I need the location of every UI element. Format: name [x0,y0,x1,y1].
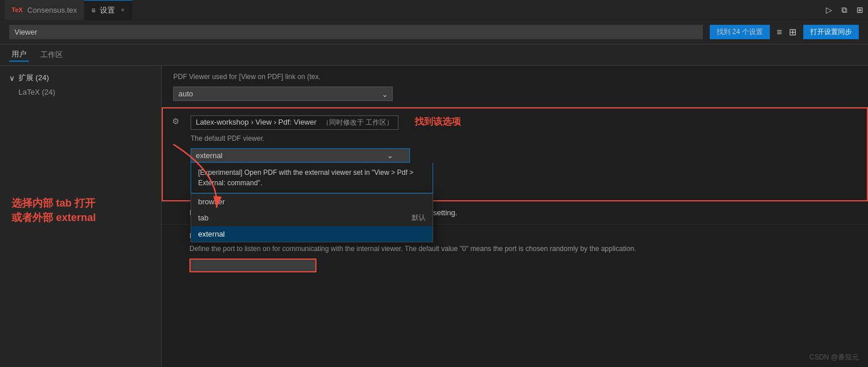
tab2-label: 设置 [100,5,115,16]
extensions-label: 扩展 (24) [18,73,49,83]
viewer-setting-title-wrapper: Latex-workshop › View › Pdf: Viewer （同时修… [191,115,855,130]
search-input[interactable] [9,25,703,39]
dropdown-arrow-icon: ⌄ [387,151,393,160]
settings-tabs-row: 用户 工作区 [0,44,868,66]
run-icon[interactable]: ▷ [826,5,832,14]
viewer-dropdown-wrapper: external ⌄ browser tab 默认 external [191,148,410,193]
viewer-setting-row: ⚙ Latex-workshop › View › Pdf: Viewer （同… [162,107,868,201]
browser-option-label: browser [198,197,225,206]
tab-workspace[interactable]: 工作区 [38,48,65,61]
watermark: CSDN @番茄元 [809,353,859,362]
sidebar-item-latex[interactable]: LaTeX (24) [0,85,161,99]
sync-settings-button[interactable]: 打开设置同步 [803,25,859,39]
tab-settings[interactable]: ≡ 设置 × [84,0,133,20]
settings-content: PDF Viewer used for [View on PDF] link o… [162,66,868,367]
dropdown-option-external[interactable]: external [191,226,433,242]
viewer-dropdown-current[interactable]: external ⌄ [191,148,410,163]
viewer-setting-title-suffix: （同时修改于 工作区） [322,118,393,126]
port-input[interactable] [189,259,316,272]
dropdown-option-tab[interactable]: tab 默认 [191,209,433,226]
gear-icon[interactable]: ⚙ [172,117,180,126]
chevron-down-icon: ∨ [9,74,15,83]
tab-option-label: tab [198,214,208,222]
tab1-label: Consensus.tex [27,6,77,14]
main-layout: ∨ 扩展 (24) LaTeX (24) PDF Viewer used for… [0,66,868,367]
filter-icon[interactable]: ≡ [777,27,782,38]
external-option-label: external [198,230,225,238]
viewer-dropdown-list: browser tab 默认 external [191,193,433,242]
find-count: 找到 24 个设置 [710,25,770,39]
title-bar: TeX Consensus.tex ≡ 设置 × ▷ ⧉ ⊞ [0,0,868,20]
tab-group: TeX Consensus.tex ≡ 设置 × [5,0,133,20]
prev-setting-desc: PDF Viewer used for [View on PDF] link o… [173,72,856,82]
filter-icon2[interactable]: ⊞ [789,27,796,38]
dropdown-current-value: external [196,151,222,160]
close-icon[interactable]: × [120,6,125,14]
viewer-setting-description: The default PDF viewer. [191,133,855,144]
title-bar-right: ▷ ⧉ ⊞ [826,5,863,15]
search-bar: 找到 24 个设置 ≡ ⊞ 打开设置同步 [0,20,868,44]
viewer-setting-title: Latex-workshop › View › Pdf: Viewer [196,118,316,126]
layout-icon[interactable]: ⊞ [856,5,863,14]
find-label-annotation: 找到该选项 [415,117,461,126]
auto-dropdown-wrapper: auto ⌄ [173,87,393,101]
port-setting-desc: Define the port to listen on for communi… [189,244,856,254]
viewer-setting-title-box: Latex-workshop › View › Pdf: Viewer （同时修… [191,115,398,130]
auto-dropdown[interactable]: auto [173,87,393,101]
tab-default-tag: 默认 [412,213,426,223]
tab-consensus-tex[interactable]: TeX Consensus.tex [5,0,84,20]
dropdown-option-browser[interactable]: browser [191,194,433,209]
dropdown-description: [Experimental] Open PDF with the externa… [191,163,433,193]
tex-icon: TeX [12,6,23,13]
prev-setting-auto: PDF Viewer used for [View on PDF] link o… [162,66,868,107]
settings-icon: ≡ [91,6,95,14]
search-wrapper [9,25,703,39]
tab-user[interactable]: 用户 [9,48,29,62]
sidebar: ∨ 扩展 (24) LaTeX (24) [0,66,162,367]
sidebar-section-extensions[interactable]: ∨ 扩展 (24) [0,70,161,85]
split-editor-icon[interactable]: ⧉ [841,5,847,15]
